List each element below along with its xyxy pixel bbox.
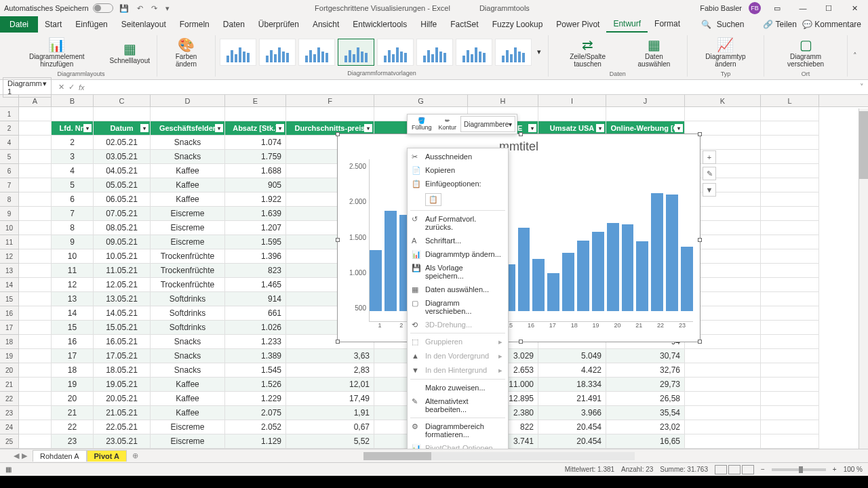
column-header[interactable]: J [606,95,685,106]
ribbon-tab[interactable]: Einfügen [68,17,114,32]
menu-select-data[interactable]: ▦Daten auswählen... [408,283,508,296]
outline-button[interactable]: ✏Kontur [436,116,460,132]
filter-icon[interactable]: ▾ [528,124,536,132]
menu-cut[interactable]: ✂Ausschneiden [408,150,508,163]
cell[interactable]: Eiscreme [151,207,225,221]
cell[interactable]: 661 [225,306,286,321]
row-header[interactable]: 12 [0,249,19,264]
cell[interactable]: 10 [52,249,94,264]
ribbon-tab[interactable]: Daten [216,17,252,32]
sheet-nav-prev-icon[interactable]: ◀ [14,451,19,460]
row-header[interactable]: 20 [0,363,19,378]
undo-icon[interactable]: ↶ [135,4,145,13]
cell[interactable]: 12.05.21 [94,278,151,292]
chart-bar[interactable] [666,195,678,311]
cell[interactable]: Kaffee [151,178,225,192]
row-header[interactable]: 10 [0,221,19,235]
cell[interactable]: 1.545 [225,363,286,378]
menu-save-template[interactable]: 💾Als Vorlage speichern... [408,261,508,283]
cell[interactable]: 1.595 [225,235,286,249]
cell[interactable]: 29,73 [606,378,685,392]
column-header[interactable]: K [685,95,761,106]
cell[interactable]: 16,65 [606,434,685,449]
row-header[interactable]: 1 [0,107,19,121]
cell[interactable]: 8 [52,221,94,235]
row-header[interactable]: 15 [0,292,19,306]
horizontal-scrollbar[interactable] [363,452,635,460]
column-header[interactable]: B [52,95,94,106]
chart-bar[interactable] [518,228,530,311]
cell[interactable]: 1.922 [225,192,286,207]
chart-style-preset[interactable] [298,39,335,66]
cell[interactable]: 4.422 [538,363,606,378]
menu-paste-button[interactable]: 📋 [408,190,508,209]
cell[interactable]: Trockenfrüchte [151,264,225,278]
cell[interactable]: 23.05.21 [94,434,151,449]
view-page-layout-button[interactable] [728,465,741,474]
cell[interactable]: 7 [52,207,94,221]
select-all-button[interactable] [0,95,19,106]
menu-move-chart[interactable]: ▢Diagramm verschieben... [408,296,508,318]
cell[interactable]: 22.05.21 [94,420,151,434]
row-header[interactable]: 9 [0,207,19,221]
cell[interactable]: 6 [52,192,94,207]
ribbon-tab[interactable]: FactSet [443,17,485,32]
row-header[interactable]: 22 [0,392,19,406]
cell[interactable]: 1.229 [225,392,286,406]
select-data-button[interactable]: ▦Daten auswählen [625,35,683,69]
table-header[interactable]: Lfd. Nr.▾ [52,121,94,136]
row-header[interactable]: 7 [0,178,19,192]
cell[interactable]: Softdrinks [151,292,225,306]
cell[interactable]: 14.05.21 [94,306,151,321]
cell[interactable]: 9 [52,235,94,249]
cell[interactable]: 5.049 [538,349,606,363]
cell[interactable]: 08.05.21 [94,221,151,235]
chart-style-preset[interactable] [220,39,256,66]
cell[interactable]: 18.334 [538,378,606,392]
cell[interactable]: Softdrinks [151,306,225,321]
change-colors-button[interactable]: 🎨Farben ändern [161,35,211,69]
row-header[interactable]: 5 [0,150,19,164]
move-chart-button[interactable]: ▢Diagramm verschieben [768,35,843,69]
chart-bar[interactable] [370,250,382,311]
quick-layout-button[interactable]: ▦Schnelllayout [107,39,153,66]
enter-formula-icon[interactable]: ✓ [68,83,75,92]
filter-icon[interactable]: ▾ [140,124,149,132]
row-header[interactable]: 16 [0,306,19,321]
menu-assign-macro[interactable]: Makro zuweisen... [408,381,508,394]
column-header[interactable]: H [468,95,538,106]
cell[interactable]: 19.05.21 [94,378,151,392]
menu-font[interactable]: ASchriftart... [408,234,508,247]
ribbon-tab[interactable]: Start [38,17,68,32]
cell[interactable]: 21.491 [538,392,606,406]
cell[interactable]: 2 [52,136,94,150]
cell[interactable]: 1.026 [225,321,286,335]
cell[interactable]: 18.05.21 [94,363,151,378]
ribbon-tab[interactable]: Überprüfen [252,17,306,32]
row-header[interactable]: 17 [0,321,19,335]
search-label[interactable]: Suchen [717,20,745,29]
save-icon[interactable]: 💾 [117,4,131,13]
cell[interactable]: 35,54 [606,406,685,420]
ribbon-tab[interactable]: Ansicht [306,17,346,32]
cell[interactable]: Snacks [151,136,225,150]
column-header[interactable]: G [374,95,468,106]
filter-icon[interactable]: ▾ [364,124,372,132]
ribbon-tab[interactable]: Seitenlayout [115,17,173,32]
filter-icon[interactable]: ▾ [596,124,604,132]
row-header[interactable]: 8 [0,192,19,207]
cell[interactable]: Snacks [151,150,225,164]
cell[interactable]: 1.074 [225,136,286,150]
cell[interactable]: 5 [52,178,94,192]
chart-bar[interactable] [577,241,589,311]
row-header[interactable]: 19 [0,349,19,363]
cell[interactable]: 0,67 [286,420,374,434]
cell[interactable]: 17,49 [286,392,374,406]
collapse-ribbon-icon[interactable]: ˄ [848,35,863,77]
vertical-scrollbar[interactable] [859,108,868,449]
cell[interactable]: 1.759 [225,150,286,164]
filter-icon[interactable]: ▾ [276,124,284,132]
cell[interactable]: 20.454 [538,434,606,449]
formula-input[interactable] [89,86,856,89]
cell[interactable]: 22 [52,420,94,434]
